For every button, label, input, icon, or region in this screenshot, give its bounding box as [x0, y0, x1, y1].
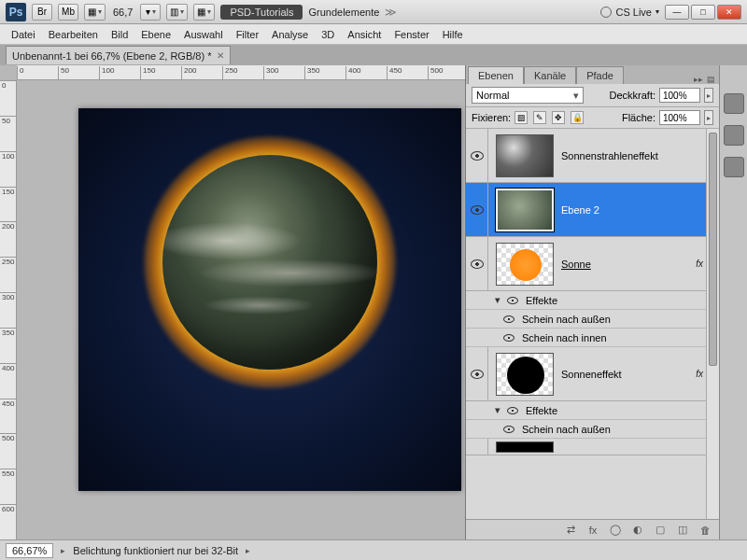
extras-button[interactable]: ▦: [193, 4, 215, 21]
scrollbar-thumb[interactable]: [709, 133, 717, 366]
menu-analyse[interactable]: Analyse: [272, 29, 308, 40]
layer-row[interactable]: Sonnefx▾: [466, 237, 719, 291]
link-layers-icon[interactable]: ⇄: [564, 524, 577, 537]
window-maximize-button[interactable]: □: [691, 5, 715, 20]
arrange-button[interactable]: ▥: [166, 4, 188, 21]
fx-badge[interactable]: fx: [696, 369, 703, 379]
layer-name[interactable]: Sonneneffekt: [561, 369, 696, 380]
cslive-button[interactable]: CS Live▾: [600, 7, 659, 18]
menu-filter[interactable]: Filter: [236, 29, 259, 40]
canvas-planet: [162, 155, 377, 370]
status-chev-icon[interactable]: ▸: [61, 546, 65, 555]
tab-ebenen[interactable]: Ebenen: [468, 66, 524, 84]
dock-icon-3[interactable]: [724, 157, 744, 177]
lock-pixels-icon[interactable]: ✎: [533, 111, 546, 124]
status-message: Belichtung funktioniert nur bei 32-Bit: [73, 545, 238, 556]
document-tab-title: Unbenannt-1 bei 66,7% (Ebene 2, RGB/8) *: [12, 50, 211, 62]
ps-logo: Ps: [6, 3, 26, 21]
effect-item[interactable]: Schein nach außen: [466, 420, 719, 439]
layer-name[interactable]: Ebene 2: [561, 204, 719, 216]
window-minimize-button[interactable]: —: [665, 5, 689, 20]
menu-hilfe[interactable]: Hilfe: [443, 29, 463, 40]
fx-badge[interactable]: fx: [696, 259, 703, 269]
close-tab-icon[interactable]: ✕: [217, 50, 224, 61]
layer-thumbnail[interactable]: [496, 243, 554, 286]
layer-thumbnail[interactable]: [496, 134, 554, 177]
dock-icon-1[interactable]: [724, 93, 744, 114]
effects-header[interactable]: ▾Effekte: [466, 401, 719, 420]
menu-auswahl[interactable]: Auswahl: [184, 29, 223, 40]
menu-ansicht[interactable]: Ansicht: [347, 29, 381, 40]
eye-icon: [471, 205, 484, 215]
tab-kanaele[interactable]: Kanäle: [524, 66, 576, 84]
ruler-vertical[interactable]: 050100150200250300350400450500550600: [0, 80, 17, 539]
statusbar: 66,67% ▸ Belichtung funktioniert nur bei…: [0, 539, 747, 560]
opacity-flyout[interactable]: ▸: [704, 88, 713, 103]
layer-name[interactable]: Sonnenstrahleneffekt: [561, 150, 719, 161]
layer-mask-icon[interactable]: ◯: [609, 524, 622, 537]
lock-transparent-icon[interactable]: ▨: [514, 111, 528, 124]
window-close-button[interactable]: ✕: [717, 5, 741, 20]
layers-scrollbar[interactable]: [706, 129, 719, 519]
workspace-active[interactable]: PSD-Tutorials: [220, 5, 303, 20]
layer-row[interactable]: [466, 439, 719, 455]
menu-bild[interactable]: Bild: [111, 29, 128, 40]
blend-row: Normal Deckkraft: 100% ▸: [466, 84, 719, 107]
workspace-other[interactable]: Grundelemente: [308, 7, 379, 18]
status-zoom[interactable]: 66,67%: [6, 543, 53, 558]
lock-all-icon[interactable]: 🔒: [571, 111, 584, 124]
eye-icon: [471, 151, 484, 161]
adjustment-layer-icon[interactable]: ◐: [631, 524, 644, 537]
new-layer-icon[interactable]: ◫: [676, 524, 689, 537]
visibility-toggle[interactable]: [466, 237, 488, 290]
menubar: Datei Bearbeiten Bild Ebene Auswahl Filt…: [0, 24, 747, 45]
fill-input[interactable]: 100%: [659, 110, 700, 125]
layers-panel: Ebenen Kanäle Pfade ▸▸▤ Normal Deckkraft…: [465, 65, 719, 539]
cslive-icon: [600, 7, 612, 18]
effects-header[interactable]: ▾Effekte: [466, 291, 719, 310]
effect-item[interactable]: Schein nach außen: [466, 310, 719, 329]
screen-mode-button[interactable]: ▦: [84, 4, 106, 21]
right-dock: [719, 65, 747, 539]
visibility-toggle[interactable]: [466, 347, 488, 400]
opacity-label: Deckkraft:: [609, 90, 655, 101]
document-tab[interactable]: Unbenannt-1 bei 66,7% (Ebene 2, RGB/8) *…: [6, 46, 231, 64]
status-info-icon[interactable]: ▸: [246, 546, 250, 555]
bridge-button[interactable]: Br: [32, 4, 52, 21]
eye-icon: [471, 370, 484, 379]
visibility-toggle[interactable]: [466, 439, 488, 455]
zoom-dropdown[interactable]: ▾: [140, 4, 161, 21]
lock-position-icon[interactable]: ✥: [552, 111, 565, 124]
menu-fenster[interactable]: Fenster: [394, 29, 429, 40]
layer-row[interactable]: Sonneneffektfx▾: [466, 347, 719, 401]
opacity-input[interactable]: 100%: [659, 88, 700, 103]
canvas[interactable]: [78, 108, 461, 491]
menu-datei[interactable]: Datei: [11, 29, 35, 40]
document-tab-row: Unbenannt-1 bei 66,7% (Ebene 2, RGB/8) *…: [0, 45, 747, 65]
workspace-more-icon[interactable]: ≫: [385, 6, 397, 19]
menu-3d[interactable]: 3D: [321, 29, 334, 40]
delete-layer-icon[interactable]: 🗑: [698, 524, 712, 537]
layer-row[interactable]: Ebene 2: [466, 183, 719, 237]
minibridge-button[interactable]: Mb: [58, 4, 78, 21]
fill-flyout[interactable]: ▸: [704, 110, 713, 125]
layer-thumbnail[interactable]: [496, 353, 554, 396]
eye-icon: [503, 334, 514, 342]
layer-thumbnail[interactable]: [496, 441, 554, 453]
lock-label: Fixieren:: [472, 112, 511, 123]
tab-pfade[interactable]: Pfade: [576, 66, 624, 84]
visibility-toggle[interactable]: [466, 183, 488, 236]
dock-icon-2[interactable]: [724, 125, 744, 146]
layer-thumbnail[interactable]: [496, 189, 554, 231]
layer-group-icon[interactable]: ▢: [654, 524, 667, 537]
layer-name[interactable]: Sonne: [561, 259, 696, 270]
panel-collapse-icon[interactable]: ▸▸: [694, 75, 703, 84]
layer-row[interactable]: Sonnenstrahleneffekt: [466, 129, 719, 183]
effect-item[interactable]: Schein nach innen: [466, 329, 719, 347]
visibility-toggle[interactable]: [466, 129, 488, 182]
panel-menu-icon[interactable]: ▤: [707, 75, 715, 84]
layer-style-icon[interactable]: fx: [586, 524, 599, 537]
menu-bearbeiten[interactable]: Bearbeiten: [49, 29, 98, 40]
menu-ebene[interactable]: Ebene: [141, 29, 171, 40]
blend-mode-dropdown[interactable]: Normal: [472, 87, 584, 104]
